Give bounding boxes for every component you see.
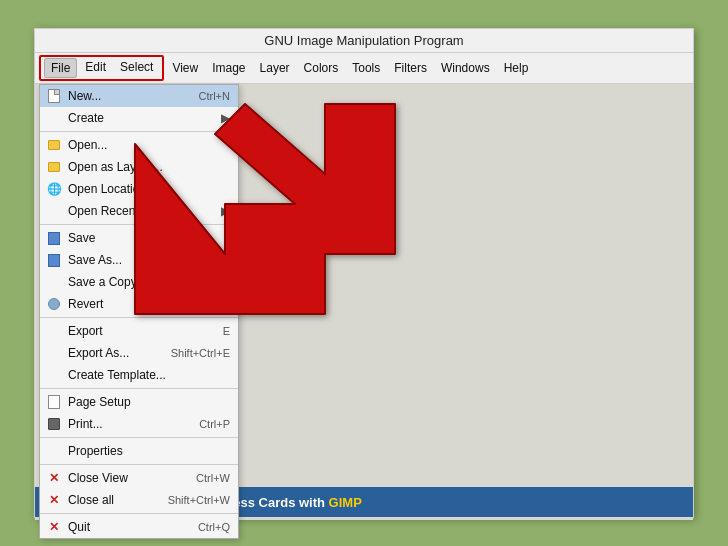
properties-label: Properties	[68, 444, 123, 458]
create-arrow: ▶	[221, 111, 230, 125]
export-icon	[46, 323, 62, 339]
save-as-label: Save As...	[68, 253, 122, 267]
menu-item-create-template[interactable]: Create Template...	[40, 364, 238, 386]
separator-7	[40, 513, 238, 514]
export-as-label: Export As...	[68, 346, 129, 360]
create-label: Create	[68, 111, 104, 125]
open-layers-label: Open as Layers...	[68, 160, 163, 174]
separator-5	[40, 437, 238, 438]
menu-item-close-all[interactable]: ✕ Close all Shift+Ctrl+W	[40, 489, 238, 511]
menu-item-close-view[interactable]: ✕ Close View Ctrl+W	[40, 467, 238, 489]
footer-gimp: GIMP	[329, 495, 362, 510]
menu-select[interactable]: Select	[114, 58, 159, 78]
new-label: New...	[68, 89, 101, 103]
menu-item-new[interactable]: New... Ctrl+N	[40, 85, 238, 107]
open-label: Open...	[68, 138, 107, 152]
title-bar: GNU Image Manipulation Program	[35, 29, 693, 53]
menu-item-save-copy[interactable]: Save a Copy...	[40, 271, 238, 293]
save-icon	[46, 230, 62, 246]
revert-label: Revert	[68, 297, 103, 311]
open-recent-arrow: ▶	[221, 204, 230, 218]
menu-item-properties[interactable]: Properties	[40, 440, 238, 462]
quit-label: Quit	[68, 520, 90, 534]
close-all-shortcut: Shift+Ctrl+W	[148, 494, 230, 506]
menu-help[interactable]: Help	[498, 59, 535, 77]
close-all-icon: ✕	[46, 492, 62, 508]
open-recent-label: Open Recent	[68, 204, 139, 218]
new-icon	[46, 88, 62, 104]
separator-4	[40, 388, 238, 389]
close-view-icon: ✕	[46, 470, 62, 486]
menu-file[interactable]: File	[44, 58, 77, 78]
create-template-icon	[46, 367, 62, 383]
separator-1	[40, 131, 238, 132]
open-location-label: Open Location...	[68, 182, 156, 196]
menu-item-revert[interactable]: Revert	[40, 293, 238, 315]
menu-windows[interactable]: Windows	[435, 59, 496, 77]
export-as-icon	[46, 345, 62, 361]
menu-layer[interactable]: Layer	[254, 59, 296, 77]
menu-item-export[interactable]: Export E	[40, 320, 238, 342]
menu-item-open-location[interactable]: 🌐 Open Location...	[40, 178, 238, 200]
open-recent-icon	[46, 203, 62, 219]
print-label: Print...	[68, 417, 103, 431]
menu-tools[interactable]: Tools	[346, 59, 386, 77]
menu-item-create[interactable]: Create ▶	[40, 107, 238, 129]
close-all-label: Close all	[68, 493, 114, 507]
save-copy-icon	[46, 274, 62, 290]
menu-image[interactable]: Image	[206, 59, 251, 77]
menu-item-open-layers[interactable]: Open as Layers...	[40, 156, 238, 178]
create-icon	[46, 110, 62, 126]
properties-icon	[46, 443, 62, 459]
menu-item-save-as[interactable]: Save As...	[40, 249, 238, 271]
menu-item-open-recent[interactable]: Open Recent ▶	[40, 200, 238, 222]
menu-item-export-as[interactable]: Export As... Shift+Ctrl+E	[40, 342, 238, 364]
export-shortcut: E	[203, 325, 230, 337]
menu-bar: File Edit Select View Image Layer Colors…	[35, 53, 693, 84]
export-as-shortcut: Shift+Ctrl+E	[151, 347, 230, 359]
save-as-icon	[46, 252, 62, 268]
file-dropdown: New... Ctrl+N Create ▶ Open... Open as L…	[39, 84, 239, 539]
save-copy-label: Save a Copy...	[68, 275, 146, 289]
close-view-label: Close View	[68, 471, 128, 485]
menu-item-save[interactable]: Save	[40, 227, 238, 249]
main-content: New... Ctrl+N Create ▶ Open... Open as L…	[35, 84, 693, 520]
close-view-shortcut: Ctrl+W	[176, 472, 230, 484]
menu-item-open[interactable]: Open...	[40, 134, 238, 156]
separator-6	[40, 464, 238, 465]
revert-icon	[46, 296, 62, 312]
menu-colors[interactable]: Colors	[298, 59, 345, 77]
export-label: Export	[68, 324, 103, 338]
open-location-icon: 🌐	[46, 181, 62, 197]
menu-edit[interactable]: Edit	[79, 58, 112, 78]
create-template-label: Create Template...	[68, 368, 166, 382]
open-icon	[46, 137, 62, 153]
menu-view[interactable]: View	[166, 59, 204, 77]
menu-item-quit[interactable]: ✕ Quit Ctrl+Q	[40, 516, 238, 538]
open-layers-icon	[46, 159, 62, 175]
menu-item-page-setup[interactable]: Page Setup	[40, 391, 238, 413]
menu-item-print[interactable]: Print... Ctrl+P	[40, 413, 238, 435]
quit-shortcut: Ctrl+Q	[178, 521, 230, 533]
app-title: GNU Image Manipulation Program	[264, 33, 463, 48]
menu-filters[interactable]: Filters	[388, 59, 433, 77]
print-shortcut: Ctrl+P	[179, 418, 230, 430]
separator-3	[40, 317, 238, 318]
save-label: Save	[68, 231, 95, 245]
gimp-window: GNU Image Manipulation Program File Edit…	[34, 28, 694, 518]
print-icon	[46, 416, 62, 432]
file-edit-select-box: File Edit Select	[39, 55, 164, 81]
quit-icon: ✕	[46, 519, 62, 535]
page-setup-icon	[46, 394, 62, 410]
new-shortcut: Ctrl+N	[179, 90, 230, 102]
separator-2	[40, 224, 238, 225]
page-setup-label: Page Setup	[68, 395, 131, 409]
